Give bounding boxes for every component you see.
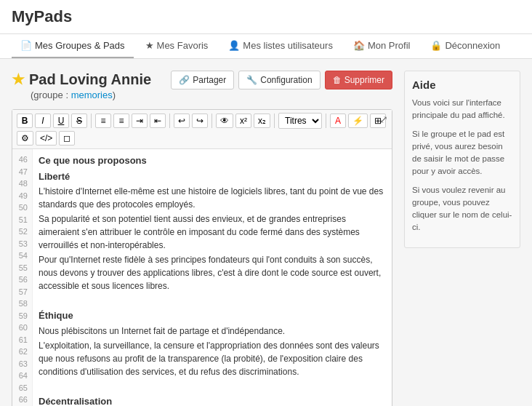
help-para-2: Si le groupe et le pad est privé, vous a…: [412, 128, 512, 178]
heading-select[interactable]: Titres: [278, 113, 322, 129]
pad-title-area: ★ Pad Loving Annie (groupe : memories): [12, 71, 151, 100]
help-text: Vous voici sur l'interface principale du…: [412, 97, 512, 234]
section-ethique: Éthique: [39, 309, 386, 323]
tb-preview[interactable]: 👁: [216, 114, 233, 128]
para-ethique-2: L'exploitation, la surveillance, la cens…: [39, 339, 386, 378]
nav-mes-groupes-icon: 📄: [20, 40, 32, 51]
nav-bar: 📄 Mes Groupes & Pads ★ Mes Favoris 👤 Mes…: [0, 34, 532, 59]
tb-separator-5: [326, 114, 326, 128]
nav-deconnexion-label: Déconnexion: [445, 40, 500, 51]
tb-font-color[interactable]: A: [330, 114, 346, 128]
nav-mes-groupes[interactable]: 📄 Mes Groupes & Pads: [12, 34, 134, 58]
share-icon: 🔗: [179, 75, 190, 85]
left-panel: ★ Pad Loving Annie (groupe : memories) 🔗…: [12, 71, 392, 406]
tb-separator-1: [91, 114, 92, 128]
tb-separator-3: [211, 114, 212, 128]
nav-profil-icon: 🏠: [353, 40, 365, 51]
pad-group-link[interactable]: memories: [71, 89, 113, 100]
line-numbers: 46 47 48 49 50 51 52 53 54 55 56 57 58 5…: [12, 149, 33, 406]
tb-italic[interactable]: I: [35, 114, 51, 128]
app-header: MyPads: [0, 0, 532, 34]
tb-extra[interactable]: ◻: [59, 131, 75, 146]
tb-strikethrough[interactable]: S: [71, 114, 87, 128]
expand-icon[interactable]: ⤢: [379, 114, 388, 125]
pad-star-icon[interactable]: ★: [12, 71, 25, 88]
delete-button[interactable]: 🗑 Supprimer: [325, 71, 392, 89]
config-label: Configuration: [260, 75, 312, 85]
pad-title: ★ Pad Loving Annie: [12, 71, 151, 88]
tb-superscript[interactable]: x²: [235, 114, 251, 128]
delete-label: Supprimer: [344, 75, 384, 85]
tb-separator-2: [169, 114, 170, 128]
main-content: ★ Pad Loving Annie (groupe : memories) 🔗…: [0, 59, 532, 406]
nav-listes-label: Mes listes utilisateurs: [243, 40, 333, 51]
tb-unordered-list[interactable]: ≡: [95, 114, 111, 128]
editor-text-area[interactable]: Ce que nous proposons Liberté L'histoire…: [33, 149, 392, 406]
para-ethique-1: Nous plébiscitons un Internet fait de pa…: [39, 325, 386, 338]
tb-undo[interactable]: ↩: [174, 114, 190, 128]
editor-toolbar: B I U S ≡ ≡ ⇥ ⇤ ↩ ↪ 👁 x² x₂ Titres: [12, 110, 392, 149]
nav-mes-groupes-label: Mes Groupes & Pads: [35, 40, 125, 51]
help-title: Aide: [412, 79, 512, 91]
help-box: Aide Vous voici sur l'interface principa…: [404, 71, 520, 248]
pad-title-text: Pad Loving Annie: [29, 71, 151, 88]
pad-actions: 🔗 Partager 🔧 Configuration 🗑 Supprimer: [171, 71, 392, 89]
right-panel: Aide Vous voici sur l'interface principa…: [404, 71, 520, 406]
nav-mes-listes[interactable]: 👤 Mes listes utilisateurs: [219, 34, 342, 58]
nav-favoris-label: Mes Favoris: [157, 40, 209, 51]
nav-mon-profil[interactable]: 🏠 Mon Profil: [344, 34, 419, 58]
tb-insert[interactable]: ⚡: [348, 114, 368, 128]
share-button[interactable]: 🔗 Partager: [171, 71, 234, 89]
tb-underline[interactable]: U: [53, 114, 69, 128]
tb-ordered-list[interactable]: ≡: [113, 114, 129, 128]
pad-subtitle-suffix: ): [113, 89, 116, 100]
delete-icon: 🗑: [333, 75, 342, 85]
para-liberte-3: Pour qu'Internet reste fidèle à ses prin…: [39, 253, 386, 292]
tb-bold[interactable]: B: [17, 114, 33, 128]
nav-deconnexion-icon: 🔒: [430, 40, 442, 51]
config-button[interactable]: 🔧 Configuration: [238, 71, 320, 89]
nav-favoris-icon: ★: [145, 40, 154, 51]
pad-subtitle-prefix: (groupe :: [31, 89, 71, 100]
nav-listes-icon: 👤: [228, 40, 240, 51]
app-title: MyPads: [12, 7, 72, 25]
para-liberte-1: L'histoire d'Internet elle-même est une …: [39, 185, 386, 211]
tb-redo[interactable]: ↪: [192, 114, 208, 128]
share-label: Partager: [193, 75, 226, 85]
tb-outdent[interactable]: ⇤: [150, 114, 166, 128]
tb-settings[interactable]: ⚙: [17, 131, 33, 146]
editor-container: ⤢ B I U S ≡ ≡ ⇥ ⇤ ↩ ↪ 👁 x² x₂: [12, 109, 392, 406]
section-decentralisation: Décentralisation: [39, 394, 386, 407]
pad-subtitle: (groupe : memories): [12, 89, 151, 100]
nav-profil-label: Mon Profil: [368, 40, 411, 51]
para-liberte-2: Sa popularité et son potentiel tient aus…: [39, 212, 386, 252]
editor-content: 46 47 48 49 50 51 52 53 54 55 56 57 58 5…: [12, 149, 392, 406]
nav-deconnexion[interactable]: 🔒 Déconnexion: [422, 34, 509, 58]
tb-separator-4: [274, 114, 275, 128]
help-para-3: Si vous voulez revenir au groupe, vous p…: [412, 184, 512, 234]
config-icon: 🔧: [246, 75, 257, 85]
tb-code[interactable]: </>: [36, 131, 57, 146]
section-liberte: Liberté: [39, 170, 386, 184]
pad-header: ★ Pad Loving Annie (groupe : memories) 🔗…: [12, 71, 392, 100]
section-ce-que: Ce que nous proposons: [39, 154, 386, 168]
tb-indent[interactable]: ⇥: [132, 114, 148, 128]
help-para-1: Vous voici sur l'interface principale du…: [412, 97, 512, 122]
nav-mes-favoris[interactable]: ★ Mes Favoris: [137, 34, 217, 58]
tb-subscript[interactable]: x₂: [254, 114, 270, 128]
